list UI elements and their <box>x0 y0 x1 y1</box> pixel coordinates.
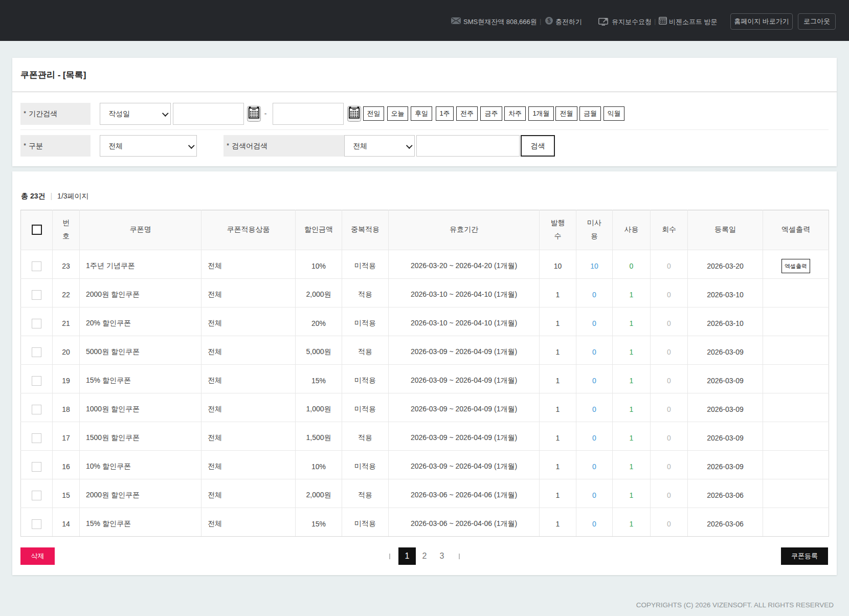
svg-text:$: $ <box>547 17 550 24</box>
